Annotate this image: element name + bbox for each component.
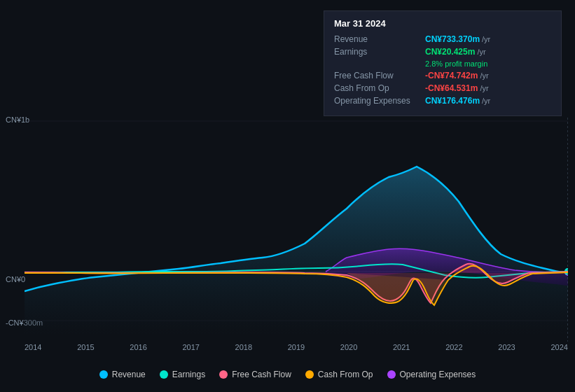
x-label-2019: 2019 [288,343,305,351]
legend-label-opex: Operating Expenses [400,370,476,379]
tooltip-value-revenue: CN¥733.370m [425,34,480,44]
x-label-2023: 2023 [498,343,515,351]
legend-item-earnings[interactable]: Earnings [160,370,205,379]
legend-label-cfo: Cash From Op [318,370,373,379]
x-label-2021: 2021 [393,343,410,351]
tooltip-label-cfo: Cash From Op [334,83,425,93]
legend-label-fcf: Free Cash Flow [232,370,291,379]
tooltip-row-fcf: Free Cash Flow -CN¥74.742m /yr [334,71,551,80]
tooltip-label-opex: Operating Expenses [334,96,425,106]
tooltip-unit-opex: /yr [482,97,490,105]
chart-container: Mar 31 2024 Revenue CN¥733.370m /yr Earn… [0,0,575,392]
x-label-2022: 2022 [445,343,462,351]
tooltip-unit-revenue: /yr [482,35,490,43]
tooltip-value-cfo: -CN¥64.531m [425,83,478,93]
tooltip-row-opex: Operating Expenses CN¥176.476m /yr [334,96,551,106]
tooltip-label-revenue: Revenue [334,34,425,44]
tooltip-unit-cfo: /yr [480,84,488,92]
tooltip-label-fcf: Free Cash Flow [334,71,425,80]
legend-item-revenue[interactable]: Revenue [99,370,146,379]
x-label-2016: 2016 [130,343,146,351]
legend-dot-fcf [219,370,228,379]
tooltip-label-earnings: Earnings [334,47,425,57]
legend-label-earnings: Earnings [172,370,205,379]
tooltip-row-cfo: Cash From Op -CN¥64.531m /yr [334,83,551,93]
legend-dot-opex [387,370,396,379]
revenue-fill [25,167,568,335]
x-label-2018: 2018 [235,343,252,351]
x-label-2017: 2017 [182,343,199,351]
legend-dot-earnings [160,370,168,379]
x-label-2014: 2014 [25,343,41,351]
tooltip-value-opex: CN¥176.476m [425,96,480,106]
legend-label-revenue: Revenue [112,370,146,379]
tooltip-box: Mar 31 2024 Revenue CN¥733.370m /yr Earn… [324,10,562,116]
tooltip-unit-earnings: /yr [477,48,485,56]
legend-dot-revenue [99,370,108,379]
y-label-0: CN¥0 [6,275,25,284]
chart-legend: Revenue Earnings Free Cash Flow Cash Fro… [0,364,575,385]
tooltip-row-earnings: Earnings CN¥20.425m /yr [334,47,551,57]
tooltip-unit-fcf: /yr [480,71,488,80]
x-label-2024: 2024 [550,343,567,351]
legend-item-cfo[interactable]: Cash From Op [305,370,373,379]
tooltip-value-fcf: -CN¥74.742m [425,71,478,80]
x-label-2015: 2015 [77,343,94,351]
tooltip-date: Mar 31 2024 [334,18,551,29]
tooltip-row-revenue: Revenue CN¥733.370m /yr [334,34,551,44]
legend-item-fcf[interactable]: Free Cash Flow [219,370,291,379]
x-label-2020: 2020 [340,343,357,351]
chart-svg [25,118,568,342]
tooltip-value-earnings: CN¥20.425m [425,47,475,57]
legend-item-opex[interactable]: Operating Expenses [387,370,476,379]
legend-dot-cfo [305,370,314,379]
tooltip-profit-margin: 2.8% profit margin [425,59,551,68]
